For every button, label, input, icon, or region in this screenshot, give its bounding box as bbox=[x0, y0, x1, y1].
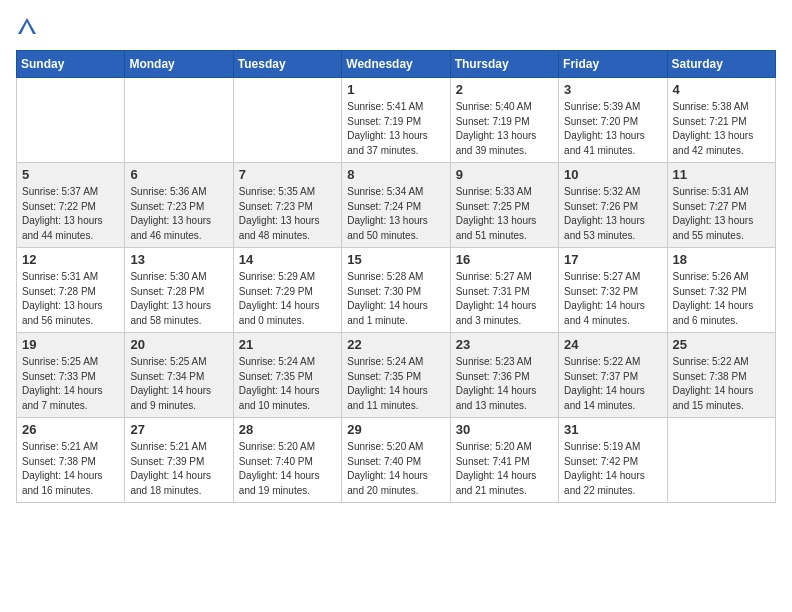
day-info: Sunrise: 5:28 AM Sunset: 7:30 PM Dayligh… bbox=[347, 270, 444, 328]
calendar-cell: 9Sunrise: 5:33 AM Sunset: 7:25 PM Daylig… bbox=[450, 163, 558, 248]
day-number: 7 bbox=[239, 167, 336, 182]
weekday-header-tuesday: Tuesday bbox=[233, 51, 341, 78]
calendar-cell: 29Sunrise: 5:20 AM Sunset: 7:40 PM Dayli… bbox=[342, 418, 450, 503]
weekday-header-thursday: Thursday bbox=[450, 51, 558, 78]
day-info: Sunrise: 5:40 AM Sunset: 7:19 PM Dayligh… bbox=[456, 100, 553, 158]
day-number: 9 bbox=[456, 167, 553, 182]
calendar-cell: 13Sunrise: 5:30 AM Sunset: 7:28 PM Dayli… bbox=[125, 248, 233, 333]
weekday-header-monday: Monday bbox=[125, 51, 233, 78]
day-info: Sunrise: 5:21 AM Sunset: 7:39 PM Dayligh… bbox=[130, 440, 227, 498]
day-number: 6 bbox=[130, 167, 227, 182]
day-number: 30 bbox=[456, 422, 553, 437]
calendar-cell: 12Sunrise: 5:31 AM Sunset: 7:28 PM Dayli… bbox=[17, 248, 125, 333]
calendar-cell: 6Sunrise: 5:36 AM Sunset: 7:23 PM Daylig… bbox=[125, 163, 233, 248]
calendar-cell: 20Sunrise: 5:25 AM Sunset: 7:34 PM Dayli… bbox=[125, 333, 233, 418]
day-number: 17 bbox=[564, 252, 661, 267]
calendar-cell: 10Sunrise: 5:32 AM Sunset: 7:26 PM Dayli… bbox=[559, 163, 667, 248]
day-number: 1 bbox=[347, 82, 444, 97]
calendar-cell: 14Sunrise: 5:29 AM Sunset: 7:29 PM Dayli… bbox=[233, 248, 341, 333]
day-info: Sunrise: 5:20 AM Sunset: 7:40 PM Dayligh… bbox=[347, 440, 444, 498]
weekday-header-saturday: Saturday bbox=[667, 51, 775, 78]
day-number: 24 bbox=[564, 337, 661, 352]
calendar-cell: 15Sunrise: 5:28 AM Sunset: 7:30 PM Dayli… bbox=[342, 248, 450, 333]
calendar-cell: 16Sunrise: 5:27 AM Sunset: 7:31 PM Dayli… bbox=[450, 248, 558, 333]
calendar-cell bbox=[667, 418, 775, 503]
day-number: 5 bbox=[22, 167, 119, 182]
day-number: 3 bbox=[564, 82, 661, 97]
day-number: 12 bbox=[22, 252, 119, 267]
calendar-cell: 25Sunrise: 5:22 AM Sunset: 7:38 PM Dayli… bbox=[667, 333, 775, 418]
calendar-cell: 28Sunrise: 5:20 AM Sunset: 7:40 PM Dayli… bbox=[233, 418, 341, 503]
logo-icon bbox=[16, 16, 38, 38]
day-number: 19 bbox=[22, 337, 119, 352]
day-number: 4 bbox=[673, 82, 770, 97]
page-header bbox=[16, 16, 776, 38]
day-number: 31 bbox=[564, 422, 661, 437]
day-info: Sunrise: 5:20 AM Sunset: 7:41 PM Dayligh… bbox=[456, 440, 553, 498]
day-info: Sunrise: 5:21 AM Sunset: 7:38 PM Dayligh… bbox=[22, 440, 119, 498]
calendar-cell: 5Sunrise: 5:37 AM Sunset: 7:22 PM Daylig… bbox=[17, 163, 125, 248]
day-info: Sunrise: 5:34 AM Sunset: 7:24 PM Dayligh… bbox=[347, 185, 444, 243]
day-info: Sunrise: 5:23 AM Sunset: 7:36 PM Dayligh… bbox=[456, 355, 553, 413]
day-number: 15 bbox=[347, 252, 444, 267]
day-info: Sunrise: 5:20 AM Sunset: 7:40 PM Dayligh… bbox=[239, 440, 336, 498]
day-number: 11 bbox=[673, 167, 770, 182]
calendar-cell: 30Sunrise: 5:20 AM Sunset: 7:41 PM Dayli… bbox=[450, 418, 558, 503]
weekday-header-wednesday: Wednesday bbox=[342, 51, 450, 78]
day-info: Sunrise: 5:27 AM Sunset: 7:31 PM Dayligh… bbox=[456, 270, 553, 328]
day-number: 18 bbox=[673, 252, 770, 267]
calendar-cell: 3Sunrise: 5:39 AM Sunset: 7:20 PM Daylig… bbox=[559, 78, 667, 163]
day-number: 28 bbox=[239, 422, 336, 437]
day-number: 10 bbox=[564, 167, 661, 182]
calendar-cell: 17Sunrise: 5:27 AM Sunset: 7:32 PM Dayli… bbox=[559, 248, 667, 333]
day-info: Sunrise: 5:26 AM Sunset: 7:32 PM Dayligh… bbox=[673, 270, 770, 328]
day-info: Sunrise: 5:29 AM Sunset: 7:29 PM Dayligh… bbox=[239, 270, 336, 328]
calendar-cell bbox=[125, 78, 233, 163]
day-info: Sunrise: 5:32 AM Sunset: 7:26 PM Dayligh… bbox=[564, 185, 661, 243]
day-info: Sunrise: 5:30 AM Sunset: 7:28 PM Dayligh… bbox=[130, 270, 227, 328]
calendar-cell: 23Sunrise: 5:23 AM Sunset: 7:36 PM Dayli… bbox=[450, 333, 558, 418]
calendar-cell: 11Sunrise: 5:31 AM Sunset: 7:27 PM Dayli… bbox=[667, 163, 775, 248]
day-number: 22 bbox=[347, 337, 444, 352]
calendar-cell: 24Sunrise: 5:22 AM Sunset: 7:37 PM Dayli… bbox=[559, 333, 667, 418]
calendar-cell: 7Sunrise: 5:35 AM Sunset: 7:23 PM Daylig… bbox=[233, 163, 341, 248]
day-number: 26 bbox=[22, 422, 119, 437]
day-info: Sunrise: 5:19 AM Sunset: 7:42 PM Dayligh… bbox=[564, 440, 661, 498]
calendar-cell bbox=[17, 78, 125, 163]
day-info: Sunrise: 5:22 AM Sunset: 7:37 PM Dayligh… bbox=[564, 355, 661, 413]
day-info: Sunrise: 5:33 AM Sunset: 7:25 PM Dayligh… bbox=[456, 185, 553, 243]
day-info: Sunrise: 5:36 AM Sunset: 7:23 PM Dayligh… bbox=[130, 185, 227, 243]
day-info: Sunrise: 5:27 AM Sunset: 7:32 PM Dayligh… bbox=[564, 270, 661, 328]
day-number: 2 bbox=[456, 82, 553, 97]
day-info: Sunrise: 5:41 AM Sunset: 7:19 PM Dayligh… bbox=[347, 100, 444, 158]
calendar-cell: 27Sunrise: 5:21 AM Sunset: 7:39 PM Dayli… bbox=[125, 418, 233, 503]
day-info: Sunrise: 5:31 AM Sunset: 7:27 PM Dayligh… bbox=[673, 185, 770, 243]
day-info: Sunrise: 5:25 AM Sunset: 7:34 PM Dayligh… bbox=[130, 355, 227, 413]
calendar-cell bbox=[233, 78, 341, 163]
day-number: 16 bbox=[456, 252, 553, 267]
day-number: 27 bbox=[130, 422, 227, 437]
day-info: Sunrise: 5:24 AM Sunset: 7:35 PM Dayligh… bbox=[347, 355, 444, 413]
day-info: Sunrise: 5:35 AM Sunset: 7:23 PM Dayligh… bbox=[239, 185, 336, 243]
calendar-cell: 2Sunrise: 5:40 AM Sunset: 7:19 PM Daylig… bbox=[450, 78, 558, 163]
calendar-cell: 4Sunrise: 5:38 AM Sunset: 7:21 PM Daylig… bbox=[667, 78, 775, 163]
calendar: SundayMondayTuesdayWednesdayThursdayFrid… bbox=[16, 50, 776, 503]
day-info: Sunrise: 5:39 AM Sunset: 7:20 PM Dayligh… bbox=[564, 100, 661, 158]
day-info: Sunrise: 5:25 AM Sunset: 7:33 PM Dayligh… bbox=[22, 355, 119, 413]
day-info: Sunrise: 5:22 AM Sunset: 7:38 PM Dayligh… bbox=[673, 355, 770, 413]
logo bbox=[16, 16, 42, 38]
calendar-cell: 8Sunrise: 5:34 AM Sunset: 7:24 PM Daylig… bbox=[342, 163, 450, 248]
day-info: Sunrise: 5:31 AM Sunset: 7:28 PM Dayligh… bbox=[22, 270, 119, 328]
day-number: 25 bbox=[673, 337, 770, 352]
day-info: Sunrise: 5:37 AM Sunset: 7:22 PM Dayligh… bbox=[22, 185, 119, 243]
day-number: 29 bbox=[347, 422, 444, 437]
calendar-cell: 22Sunrise: 5:24 AM Sunset: 7:35 PM Dayli… bbox=[342, 333, 450, 418]
day-number: 8 bbox=[347, 167, 444, 182]
calendar-cell: 1Sunrise: 5:41 AM Sunset: 7:19 PM Daylig… bbox=[342, 78, 450, 163]
day-info: Sunrise: 5:24 AM Sunset: 7:35 PM Dayligh… bbox=[239, 355, 336, 413]
calendar-cell: 19Sunrise: 5:25 AM Sunset: 7:33 PM Dayli… bbox=[17, 333, 125, 418]
day-info: Sunrise: 5:38 AM Sunset: 7:21 PM Dayligh… bbox=[673, 100, 770, 158]
day-number: 21 bbox=[239, 337, 336, 352]
weekday-header-sunday: Sunday bbox=[17, 51, 125, 78]
day-number: 13 bbox=[130, 252, 227, 267]
